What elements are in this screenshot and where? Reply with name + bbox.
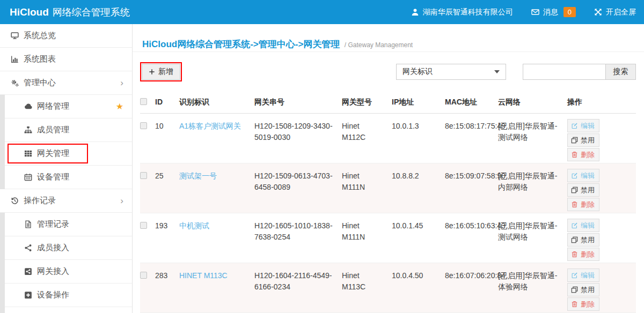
edit-button[interactable]: 编辑 [567, 169, 599, 182]
col-operations: 操作 [567, 96, 636, 108]
filter-selected-value: 网关标识 [402, 67, 433, 77]
cell-id: 193 [155, 220, 179, 232]
delete-button[interactable]: 删除 [567, 198, 599, 211]
clone-icon [571, 286, 578, 293]
document-icon [24, 220, 32, 228]
toolbar: 新增 网关标识 搜索 [133, 52, 644, 81]
management-center-submenu: 网络管理 ★ 成员管理 网关管理 设备管理 [0, 95, 132, 189]
breadcrumb: HiCloud网络综合管理系统->管理中心->网关管理 / Gateway Ma… [133, 24, 644, 52]
top-header-bar: HiCloud 网络综合管理系统 湖南华辰智通科技有限公司 消息 0 开启全屏 [0, 0, 644, 24]
cell-network: [已启用]华辰智通-测试网络 [498, 121, 567, 143]
sidebar-item-gateway-access[interactable]: 网关接入 [5, 260, 132, 284]
clone-icon [571, 137, 578, 144]
row-checkbox[interactable] [140, 122, 147, 129]
cell-serial: H120-1605-1010-1838-7638-0254 [254, 220, 342, 243]
disable-button[interactable]: 禁用 [567, 283, 599, 296]
calendar-icon [24, 173, 32, 181]
gateway-name-link[interactable]: 测试架一号 [179, 172, 217, 180]
row-checkbox[interactable] [140, 222, 147, 229]
delete-button[interactable]: 删除 [567, 297, 599, 311]
gears-icon [11, 79, 19, 87]
grid-icon [24, 150, 32, 158]
col-model: 网关型号 [342, 96, 392, 108]
sidebar-item-member-management[interactable]: 成员管理 [5, 118, 132, 142]
cell-model: Hinet M112C [342, 121, 392, 143]
search-button[interactable]: 搜索 [605, 64, 636, 80]
gateway-name-link[interactable]: HINET M113C [179, 271, 228, 280]
cell-serial: H120-1508-1209-3430-5019-0030 [254, 121, 342, 143]
edit-icon [571, 222, 578, 229]
history-icon [11, 197, 19, 205]
messages-menu[interactable]: 消息 0 [531, 7, 576, 17]
table-row: 25 测试架一号 H120-1509-0613-4703-6458-0089 H… [140, 163, 636, 213]
cell-id: 25 [155, 170, 179, 182]
company-menu[interactable]: 湖南华辰智通科技有限公司 [411, 8, 513, 17]
row-checkbox[interactable] [140, 272, 147, 279]
sidebar-item-system-overview[interactable]: 系统总览 [0, 24, 132, 48]
sidebar-item-device-management[interactable]: 设备管理 [5, 166, 132, 189]
edit-icon [571, 122, 578, 129]
trash-icon [571, 301, 578, 308]
table-row: 10 A1栋客户测试网关 H120-1508-1209-3430-5019-00… [140, 114, 636, 163]
clone-icon [571, 236, 578, 243]
envelope-icon [531, 8, 539, 16]
main-content: HiCloud网络综合管理系统->管理中心->网关管理 / Gateway Ma… [133, 24, 644, 313]
sidebar-item-operation-records[interactable]: 操作记录 › [0, 189, 132, 213]
col-serial: 网关串号 [254, 96, 342, 108]
add-button[interactable]: 新增 [142, 64, 180, 80]
cell-model: Hinet M111N [342, 220, 392, 243]
sidebar-item-member-access[interactable]: 成员接入 [5, 236, 132, 260]
col-name: 识别标识 [179, 96, 254, 108]
sidebar-item-management-records[interactable]: 管理记录 [5, 213, 132, 236]
edit-button[interactable]: 编辑 [567, 119, 599, 132]
chevron-right-icon: › [120, 196, 123, 205]
table-row: 283 HINET M113C H120-1604-2116-4549-6166… [140, 263, 636, 313]
trash-icon [571, 251, 578, 258]
messages-count-badge: 0 [564, 7, 576, 17]
edit-button[interactable]: 编辑 [567, 219, 599, 232]
search-group: 搜索 [523, 64, 636, 80]
cell-mac: 8e:15:08:17:75:49 [445, 121, 498, 132]
caret-down-icon [494, 70, 500, 73]
cell-id: 283 [155, 270, 179, 281]
edit-button[interactable]: 编辑 [567, 269, 599, 282]
company-name: 湖南华辰智通科技有限公司 [423, 8, 513, 17]
sidebar-item-system-charts[interactable]: 系统图表 [0, 48, 132, 71]
edit-icon [571, 272, 578, 279]
user-icon [411, 8, 419, 16]
disable-button[interactable]: 禁用 [567, 133, 599, 147]
sidebar-item-management-center[interactable]: 管理中心 › [0, 71, 132, 95]
sidebar-item-network-management[interactable]: 网络管理 ★ [5, 95, 132, 118]
sidebar-item-device-operation[interactable]: 设备操作 [5, 284, 132, 307]
cell-mac: 8e:16:05:10:63:43 [445, 220, 498, 232]
filter-field-select[interactable]: 网关标识 [396, 64, 506, 80]
fullscreen-toggle[interactable]: 开启全屏 [594, 8, 636, 17]
breadcrumb-subtitle: / Gateway Management [345, 41, 413, 49]
disable-button[interactable]: 禁用 [567, 183, 599, 197]
cell-ip: 10.0.4.50 [392, 270, 445, 281]
row-checkbox[interactable] [140, 172, 147, 179]
table-row: 193 中机测试 H120-1605-1010-1838-7638-0254 H… [140, 213, 636, 263]
cell-id: 10 [155, 121, 179, 132]
messages-label: 消息 [543, 8, 558, 17]
fullscreen-label: 开启全屏 [606, 8, 636, 17]
annotation-highlight-box: 新增 [140, 62, 182, 81]
cell-model: Hinet M111N [342, 170, 392, 193]
gateway-name-link[interactable]: A1栋客户测试网关 [179, 122, 241, 130]
delete-button[interactable]: 删除 [567, 148, 599, 161]
select-all-checkbox[interactable] [140, 98, 147, 105]
row-actions: 编辑 禁用 删除 [567, 219, 636, 261]
gateway-name-link[interactable]: 中机测试 [179, 221, 209, 230]
cell-serial: H120-1509-0613-4703-6458-0089 [254, 170, 342, 193]
disable-button[interactable]: 禁用 [567, 233, 599, 247]
search-input[interactable] [523, 64, 605, 80]
brand-subtitle: 网络综合管理系统 [53, 6, 130, 19]
delete-button[interactable]: 删除 [567, 248, 599, 261]
cell-model: Hinet M113C [342, 270, 392, 293]
edit-icon [571, 172, 578, 179]
row-actions: 编辑 禁用 删除 [567, 269, 636, 311]
cell-serial: H120-1604-2116-4549-6166-0234 [254, 270, 342, 293]
sidebar-item-gateway-management[interactable]: 网关管理 [5, 142, 132, 166]
clone-icon [571, 187, 578, 193]
star-icon: ★ [116, 101, 123, 111]
